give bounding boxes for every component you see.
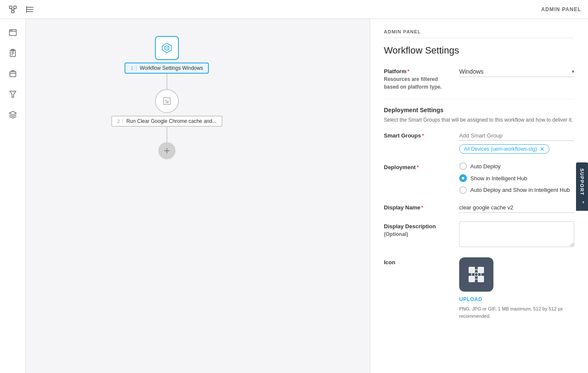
smart-groups-control: All Devices (uem-workflows-stg) ✕ [459, 131, 574, 154]
radio-show-hub-circle [459, 174, 467, 182]
right-panel: ADMIN PANEL Workflow Settings Platform* … [370, 19, 588, 373]
radio-show-hub[interactable]: Show in Intelligent Hub [459, 174, 574, 182]
platform-row: Platform* Resources are filtered based o… [384, 66, 574, 91]
icon-control: UPLOAD PNG, JPG or GIF, 1 MB maximum, 51… [459, 257, 574, 319]
clipboard-icon[interactable] [4, 45, 21, 62]
radio-auto-deploy-show[interactable]: Auto Deploy and Show in Intelligent Hub [459, 186, 574, 194]
tag-label: All Devices (uem-workflows-stg) [464, 146, 537, 152]
svg-rect-1 [14, 6, 16, 9]
node1-text: Workflow Settings Windows [140, 65, 203, 71]
deployment-control: Auto Deploy Show in Intelligent Hub Auto… [459, 162, 574, 194]
window-icon[interactable] [4, 24, 21, 41]
display-description-row: Display Description (Optional) [384, 221, 574, 249]
chevron-down-icon: ▾ [572, 69, 574, 75]
display-name-input[interactable] [459, 203, 574, 213]
icon-preview [459, 257, 493, 292]
node1-number: 1 [131, 66, 136, 71]
svg-rect-27 [469, 267, 475, 273]
svg-rect-29 [469, 276, 475, 282]
radio-group: Auto Deploy Show in Intelligent Hub Auto… [459, 162, 574, 194]
display-description-label: Display Description (Optional) [384, 221, 452, 238]
svg-rect-0 [9, 6, 12, 9]
canvas: 1 Workflow Settings Windows 2 Run Clear … [26, 19, 370, 373]
display-description-optional: (Optional) [384, 230, 452, 238]
radio-auto-deploy-show-circle [459, 186, 467, 194]
node2-icon[interactable] [155, 89, 179, 113]
node2-text: Run Clear Google Chrome cache and... [126, 118, 217, 124]
svg-rect-28 [478, 267, 484, 273]
display-name-row: Display Name* [384, 203, 574, 213]
admin-panel-label: ADMIN PANEL [541, 6, 581, 12]
platform-select[interactable]: Windows macOS iOS Android [459, 66, 572, 77]
smart-groups-row: Smart Groups* All Devices (uem-workflows… [384, 131, 574, 154]
layers-icon[interactable] [4, 106, 21, 123]
filter-icon[interactable] [4, 86, 21, 103]
node1-wrapper: 1 Workflow Settings Windows [125, 36, 209, 74]
icon-row: Icon UPLOAD PNG, JPG [384, 257, 574, 319]
radio-auto-deploy-show-label: Auto Deploy and Show in Intelligent Hub [470, 186, 570, 194]
svg-rect-2 [12, 10, 14, 13]
tag-close-button[interactable]: ✕ [540, 146, 545, 152]
smart-groups-label: Smart Groups* [384, 131, 452, 139]
deployment-row: Deployment* Auto Deploy Show in Intellig… [384, 162, 574, 194]
display-description-control [459, 221, 574, 249]
svg-rect-30 [478, 276, 484, 282]
node2-wrapper: 2 Run Clear Google Chrome cache and... [111, 89, 223, 127]
box-icon[interactable] [4, 65, 21, 82]
radio-auto-deploy-circle [459, 162, 467, 170]
radio-auto-deploy[interactable]: Auto Deploy [459, 162, 574, 170]
svg-marker-20 [10, 91, 16, 97]
workflow-container: 1 Workflow Settings Windows 2 Run Clear … [111, 36, 223, 159]
display-name-control [459, 203, 574, 213]
add-node-button[interactable] [158, 142, 175, 159]
upload-button[interactable]: UPLOAD [459, 296, 482, 302]
smart-group-input[interactable] [459, 131, 574, 141]
panel-title: Workflow Settings [384, 45, 574, 56]
icon-hint: PNG, JPG or GIF, 1 MB maximum, 512 by 51… [459, 305, 574, 319]
support-tab[interactable]: SUPPORT [576, 162, 588, 211]
connector2 [166, 127, 167, 142]
platform-label: Platform* Resources are filtered based o… [384, 66, 452, 91]
main-content: 1 Workflow Settings Windows 2 Run Clear … [0, 19, 588, 373]
deployment-section-desc: Select the Smart Groups that will be ass… [384, 116, 574, 124]
support-tab-label: SUPPORT [579, 168, 585, 196]
top-bar: ADMIN PANEL [0, 0, 588, 19]
divider1 [384, 99, 574, 100]
svg-marker-21 [9, 111, 16, 115]
svg-rect-18 [10, 72, 16, 77]
deployment-section-title: Deployment Settings [384, 107, 574, 113]
radio-auto-deploy-label: Auto Deploy [470, 163, 501, 170]
platform-select-wrapper[interactable]: Windows macOS iOS Android ▾ [459, 66, 574, 77]
platform-desc: Resources are filtered based on platform… [384, 75, 452, 91]
platform-control: Windows macOS iOS Android ▾ [459, 66, 574, 77]
display-description-textarea[interactable] [459, 221, 574, 247]
icon-label: Icon [384, 257, 452, 266]
node2-label[interactable]: 2 Run Clear Google Chrome cache and... [111, 116, 223, 127]
svg-point-35 [475, 273, 478, 276]
node1-icon[interactable] [155, 36, 179, 60]
deployment-label: Deployment* [384, 162, 452, 170]
radio-show-hub-label: Show in Intelligent Hub [470, 175, 527, 182]
smart-group-tag: All Devices (uem-workflows-stg) ✕ [459, 144, 549, 154]
connector1 [166, 74, 167, 89]
diagram-icon[interactable] [7, 3, 19, 15]
node2-number: 2 [117, 119, 123, 124]
sidebar [0, 19, 26, 373]
display-name-label: Display Name* [384, 203, 452, 211]
list-icon[interactable] [24, 3, 36, 15]
node1-label[interactable]: 1 Workflow Settings Windows [125, 63, 209, 74]
admin-panel-header: ADMIN PANEL [384, 29, 574, 38]
